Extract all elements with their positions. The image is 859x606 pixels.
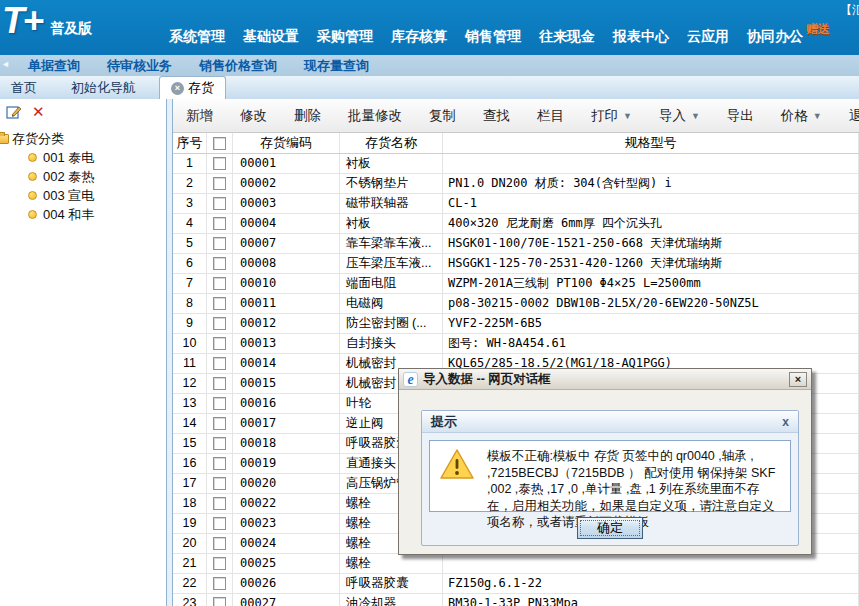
table-row[interactable]: 2 00002 不锈钢垫片 PN1.0 DN200 材质: 304(含针型阀) … <box>173 174 859 194</box>
row-checkbox[interactable] <box>213 237 226 250</box>
row-checkbox[interactable] <box>213 397 226 410</box>
row-checkbox-cell <box>207 454 233 473</box>
sub-menu-item[interactable]: 单据查询 <box>28 57 80 75</box>
toolbar-button[interactable]: 栏目 <box>537 107 564 125</box>
edit-category-icon[interactable] <box>6 104 22 120</box>
row-checkbox[interactable] <box>213 177 226 190</box>
import-dialog: e 导入数据 -- 网页对话框 × 提示 x 模板不正确:模板中 存货 页签中的… <box>398 368 812 555</box>
alert-message: 模板不正确:模板中 存货 页签中的 qr0040 ,轴承 , ,7215BECB… <box>487 448 781 504</box>
ok-button[interactable]: 确定 <box>577 517 643 539</box>
toolbar-button[interactable]: 价格▼ <box>781 107 822 125</box>
row-name: 油冷却器 <box>340 594 443 606</box>
main-menu-item[interactable]: 报表中心 <box>613 28 669 46</box>
row-checkbox[interactable] <box>213 217 226 230</box>
row-checkbox[interactable] <box>213 577 226 590</box>
row-checkbox[interactable] <box>213 417 226 430</box>
row-checkbox-cell <box>207 434 233 453</box>
row-checkbox[interactable] <box>213 297 226 310</box>
tab-close-icon[interactable]: × <box>171 82 184 95</box>
row-checkbox[interactable] <box>213 477 226 490</box>
row-checkbox[interactable] <box>213 597 226 606</box>
delete-category-icon[interactable]: ✕ <box>32 104 45 119</box>
table-row[interactable]: 6 00008 压车梁压车液... HSGGK1-125-70-2531-420… <box>173 254 859 274</box>
row-checkbox[interactable] <box>213 557 226 570</box>
row-checkbox[interactable] <box>213 517 226 530</box>
row-code: 00011 <box>233 294 340 313</box>
main-menu-item[interactable]: 协同办公赠送 <box>747 28 803 46</box>
row-checkbox-cell <box>207 374 233 393</box>
row-checkbox[interactable] <box>213 497 226 510</box>
main-menu-item[interactable]: 往来现金 <box>539 28 595 46</box>
toolbar-button[interactable]: 打印▼ <box>591 107 632 125</box>
tree-item[interactable]: 003 宣电 <box>0 186 166 205</box>
table-row[interactable]: 23 00027 油冷却器 BM30-1-33P PN33Mpa <box>173 594 859 606</box>
main-menu-item[interactable]: 系统管理 <box>169 28 225 46</box>
tree-item[interactable]: 004 和丰 <box>0 205 166 224</box>
tree-item[interactable]: 002 泰热 <box>0 167 166 186</box>
row-seq: 11 <box>173 354 207 373</box>
tree-item-label: 001 泰电 <box>43 149 94 167</box>
sub-menu-item[interactable]: 销售价格查询 <box>199 57 277 75</box>
tab[interactable]: ×存货 <box>159 76 226 99</box>
row-checkbox[interactable] <box>213 197 226 210</box>
sub-menu-item[interactable]: 待审核业务 <box>107 57 172 75</box>
table-row[interactable]: 21 00025 螺栓 <box>173 554 859 574</box>
row-code: 00008 <box>233 254 340 273</box>
select-all-checkbox[interactable] <box>213 137 226 150</box>
row-checkbox[interactable] <box>213 277 226 290</box>
main-menu-item[interactable]: 采购管理 <box>317 28 373 46</box>
row-spec: WZPM-201A三线制 PT100 Φ4×25 L=2500mm <box>443 274 859 293</box>
table-row[interactable]: 7 00010 端面电阻 WZPM-201A三线制 PT100 Φ4×25 L=… <box>173 274 859 294</box>
sidebar-splitter[interactable] <box>166 99 173 606</box>
row-code: 00027 <box>233 594 340 606</box>
toolbar-button[interactable]: 查找 <box>483 107 510 125</box>
row-checkbox[interactable] <box>213 157 226 170</box>
tab[interactable]: 首页 <box>0 76 48 99</box>
tree-root[interactable]: 存货分类 <box>0 130 166 148</box>
main-menu-item[interactable]: 云应用 <box>687 28 729 46</box>
main-menu-item[interactable]: 基础设置 <box>243 28 299 46</box>
row-checkbox-cell <box>207 194 233 213</box>
dialog-title-bar[interactable]: e 导入数据 -- 网页对话框 × <box>399 369 811 390</box>
row-checkbox[interactable] <box>213 437 226 450</box>
row-spec: p08-30215-0002 DBW10B-2L5X/20-6EW220-50N… <box>443 294 859 313</box>
row-checkbox[interactable] <box>213 337 226 350</box>
toolbar-button[interactable]: 删除 <box>294 107 321 125</box>
table-row[interactable]: 10 00013 自封接头 图号: WH-8A454.61 <box>173 334 859 354</box>
collapse-arrow-icon[interactable]: ◄ <box>1 59 10 69</box>
tree-item[interactable]: 001 泰电 <box>0 148 166 167</box>
table-row[interactable]: 9 00012 防尘密封圈 (... YVF2-225M-6B5 <box>173 314 859 334</box>
table-row[interactable]: 22 00026 呼吸器胶囊 FZ150g.6.1-22 <box>173 574 859 594</box>
row-seq: 22 <box>173 574 207 593</box>
row-code: 00010 <box>233 274 340 293</box>
edition-label: 普及版 <box>50 20 92 38</box>
col-seq: 序号 <box>173 133 207 153</box>
table-row[interactable]: 1 00001 衬板 <box>173 154 859 174</box>
dialog-close-button[interactable]: × <box>789 372 807 387</box>
toolbar-button[interactable]: 导入▼ <box>659 107 700 125</box>
dropdown-arrow-icon: ▼ <box>813 111 822 121</box>
row-checkbox[interactable] <box>213 257 226 270</box>
row-checkbox[interactable] <box>213 457 226 470</box>
table-row[interactable]: 5 00007 靠车梁靠车液... HSGK01-100/70E-1521-25… <box>173 234 859 254</box>
table-row[interactable]: 8 00011 电磁阀 p08-30215-0002 DBW10B-2L5X/2… <box>173 294 859 314</box>
toolbar-button[interactable]: 导出 <box>727 107 754 125</box>
row-code: 00023 <box>233 514 340 533</box>
toolbar-button[interactable]: 退出 <box>849 107 859 125</box>
row-checkbox[interactable] <box>213 357 226 370</box>
row-seq: 3 <box>173 194 207 213</box>
sub-menu-item[interactable]: 现存量查询 <box>304 57 369 75</box>
toolbar-button[interactable]: 修改 <box>240 107 267 125</box>
row-checkbox[interactable] <box>213 317 226 330</box>
main-menu-item[interactable]: 销售管理 <box>465 28 521 46</box>
table-row[interactable]: 4 00004 衬板 400×320 尼龙耐磨 6mm厚 四个沉头孔 <box>173 214 859 234</box>
toolbar-button[interactable]: 批量修改 <box>348 107 402 125</box>
row-checkbox[interactable] <box>213 377 226 390</box>
table-row[interactable]: 3 00003 磁带联轴器 CL-1 <box>173 194 859 214</box>
alert-close-icon[interactable]: x <box>782 415 789 429</box>
main-menu-item[interactable]: 库存核算 <box>391 28 447 46</box>
toolbar-button[interactable]: 复制 <box>429 107 456 125</box>
tab[interactable]: 初始化导航 <box>60 76 147 99</box>
row-checkbox[interactable] <box>213 537 226 550</box>
toolbar-button[interactable]: 新增 <box>186 107 213 125</box>
